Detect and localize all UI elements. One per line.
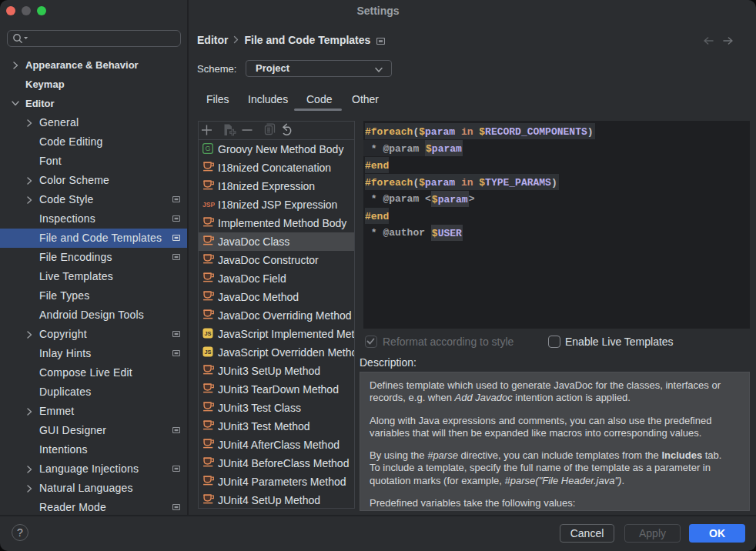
svg-text:JS: JS (204, 330, 211, 337)
svg-text:JS: JS (204, 349, 211, 356)
svg-text:JSP: JSP (202, 201, 215, 209)
svg-text:G: G (205, 145, 210, 152)
